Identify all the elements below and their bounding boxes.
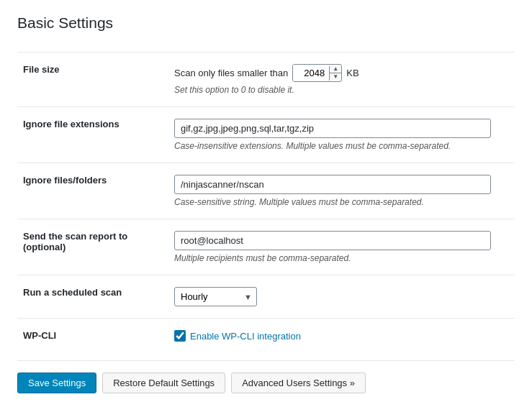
footer-buttons: Save Settings Restore Default Settings A… xyxy=(17,360,515,393)
scheduled-scan-select[interactable]: Disabled Hourly Twice Daily Daily Weekly xyxy=(175,288,240,306)
settings-table: File size Scan only files smaller than ▲… xyxy=(17,52,515,353)
spinner-up-button[interactable]: ▲ xyxy=(330,66,341,73)
file-size-input-wrap: ▲ ▼ xyxy=(292,64,342,82)
scheduled-scan-select-wrap: Disabled Hourly Twice Daily Daily Weekly… xyxy=(174,287,257,306)
file-size-prefix: Scan only files smaller than xyxy=(174,68,288,78)
scan-report-hint: Multiple recipients must be comma-separa… xyxy=(174,253,509,263)
select-arrow-icon: ▼ xyxy=(240,293,256,301)
scheduled-scan-row: Run a scheduled scan Disabled Hourly Twi… xyxy=(17,275,515,319)
file-size-hint: Set this option to 0 to disable it. xyxy=(174,85,509,95)
spinner-down-button[interactable]: ▼ xyxy=(330,73,341,81)
ignore-folders-input[interactable] xyxy=(174,175,491,194)
scan-report-input[interactable] xyxy=(174,231,491,250)
ignore-folders-row: Ignore files/folders Case-sensitive stri… xyxy=(17,163,515,219)
scan-report-label: Send the scan report to (optional) xyxy=(17,219,168,275)
ignore-folders-hint: Case-sensitive string. Multiple values m… xyxy=(174,197,509,207)
restore-defaults-button[interactable]: Restore Default Settings xyxy=(102,373,225,393)
wp-cli-cell: Enable WP-CLI integration xyxy=(168,319,515,354)
scan-report-row: Send the scan report to (optional) Multi… xyxy=(17,219,515,275)
ignore-extensions-cell: Case-insensitive extensions. Multiple va… xyxy=(168,107,515,163)
advanced-settings-button[interactable]: Advanced Users Settings » xyxy=(231,373,366,393)
ignore-extensions-label: Ignore file extensions xyxy=(17,107,168,163)
wp-cli-row: WP-CLI Enable WP-CLI integration xyxy=(17,319,515,354)
file-size-unit: KB xyxy=(346,68,359,78)
wp-cli-checkbox-row: Enable WP-CLI integration xyxy=(174,330,509,342)
file-size-row: File size Scan only files smaller than ▲… xyxy=(17,52,515,107)
scheduled-scan-label: Run a scheduled scan xyxy=(17,275,168,319)
scheduled-scan-cell: Disabled Hourly Twice Daily Daily Weekly… xyxy=(168,275,515,319)
file-size-label: File size xyxy=(17,52,168,107)
wp-cli-label: WP-CLI xyxy=(17,319,168,354)
wp-cli-checkbox[interactable] xyxy=(174,330,186,342)
settings-container: Basic Settings File size Scan only files… xyxy=(0,0,532,402)
ignore-folders-label: Ignore files/folders xyxy=(17,163,168,219)
page-title: Basic Settings xyxy=(17,14,515,37)
ignore-folders-cell: Case-sensitive string. Multiple values m… xyxy=(168,163,515,219)
ignore-extensions-hint: Case-insensitive extensions. Multiple va… xyxy=(174,141,509,151)
scan-report-cell: Multiple recipients must be comma-separa… xyxy=(168,219,515,275)
file-size-cell: Scan only files smaller than ▲ ▼ KB Set … xyxy=(168,52,515,107)
save-settings-button[interactable]: Save Settings xyxy=(17,373,96,393)
ignore-extensions-row: Ignore file extensions Case-insensitive … xyxy=(17,107,515,163)
file-size-input-row: Scan only files smaller than ▲ ▼ KB xyxy=(174,64,509,82)
ignore-extensions-input[interactable] xyxy=(174,119,491,138)
wp-cli-checkbox-label[interactable]: Enable WP-CLI integration xyxy=(190,331,301,342)
spinner-buttons: ▲ ▼ xyxy=(329,66,341,81)
file-size-input[interactable] xyxy=(293,65,329,81)
